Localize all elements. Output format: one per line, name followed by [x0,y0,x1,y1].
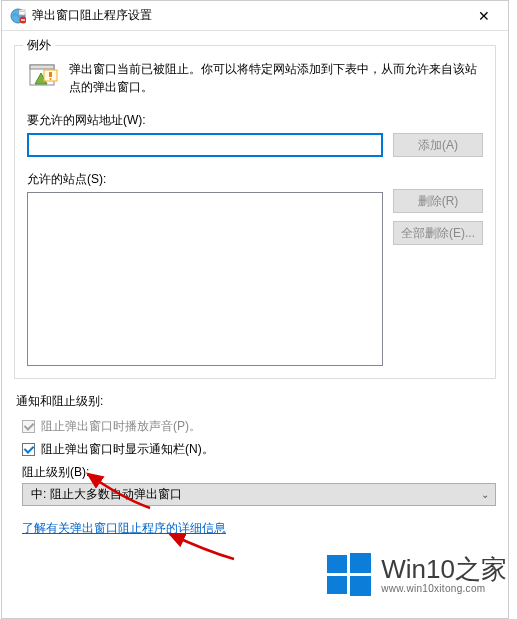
svg-rect-12 [327,576,347,594]
svg-rect-10 [327,555,347,573]
windows-logo-icon [325,551,373,599]
dialog-window: 弹出窗口阻止程序设置 ✕ 例外 弹出窗口当前已被阻止 [1,0,509,619]
titlebar: 弹出窗口阻止程序设置 ✕ [2,1,508,31]
remove-all-button[interactable]: 全部删除(E)... [393,221,483,245]
allowed-row: 允许的站点(S): 删除(R) 全部删除(E)... [27,171,483,366]
learn-more-link[interactable]: 了解有关弹出窗口阻止程序的详细信息 [22,520,226,537]
watermark-text: Win10之家 www.win10xitong.com [381,556,507,594]
svg-rect-13 [350,576,371,596]
notify-checkbox-label: 阻止弹出窗口时显示通知栏(N)。 [41,441,214,458]
watermark-main: Win10之家 [381,556,507,582]
close-button[interactable]: ✕ [464,2,504,30]
list-buttons: 删除(R) 全部删除(E)... [393,189,483,245]
watermark-sub: www.win10xitong.com [381,584,507,594]
title-left: 弹出窗口阻止程序设置 [10,7,152,24]
remove-button[interactable]: 删除(R) [393,189,483,213]
allowed-label: 允许的站点(S): [27,171,383,188]
sound-checkbox-row[interactable]: 阻止弹出窗口时播放声音(P)。 [22,418,496,435]
address-label: 要允许的网站地址(W): [27,112,483,129]
exceptions-group: 例外 弹出窗口当前已被阻止。你可以将特定网站添加到下表中，从而允许来自该站点的弹… [14,45,496,379]
notification-section-title: 通知和阻止级别: [16,393,496,410]
window-title: 弹出窗口阻止程序设置 [32,7,152,24]
allowed-sites-listbox[interactable] [27,192,383,366]
info-text: 弹出窗口当前已被阻止。你可以将特定网站添加到下表中，从而允许来自该站点的弹出窗口… [69,60,483,96]
popup-blocker-icon [10,8,26,24]
allowed-col: 允许的站点(S): [27,171,383,366]
svg-rect-4 [21,19,25,20]
block-level-value: 中: 阻止大多数自动弹出窗口 [31,486,182,503]
sound-checkbox [22,420,35,433]
block-level-dropdown[interactable]: 中: 阻止大多数自动弹出窗口 ⌄ [22,483,496,506]
level-label: 阻止级别(B): [22,464,89,481]
sound-checkbox-label: 阻止弹出窗口时播放声音(P)。 [41,418,201,435]
svg-rect-8 [49,72,52,77]
notify-checkbox-row[interactable]: 阻止弹出窗口时显示通知栏(N)。 [22,441,496,458]
close-icon: ✕ [478,8,490,24]
svg-rect-6 [30,65,54,69]
svg-point-9 [50,78,52,80]
add-button[interactable]: 添加(A) [393,133,483,157]
notify-checkbox [22,443,35,456]
address-input-row: 添加(A) [27,133,483,157]
chevron-down-icon: ⌄ [481,489,489,500]
info-icon [27,60,59,92]
info-row: 弹出窗口当前已被阻止。你可以将特定网站添加到下表中，从而允许来自该站点的弹出窗口… [27,60,483,96]
exceptions-group-title: 例外 [23,37,55,54]
svg-rect-11 [350,553,371,573]
svg-rect-1 [19,10,25,15]
content-area: 例外 弹出窗口当前已被阻止。你可以将特定网站添加到下表中，从而允许来自该站点的弹… [2,45,508,547]
watermark: Win10之家 www.win10xitong.com [325,551,507,599]
address-input[interactable] [27,133,383,157]
level-label-row: 阻止级别(B): [22,464,496,481]
